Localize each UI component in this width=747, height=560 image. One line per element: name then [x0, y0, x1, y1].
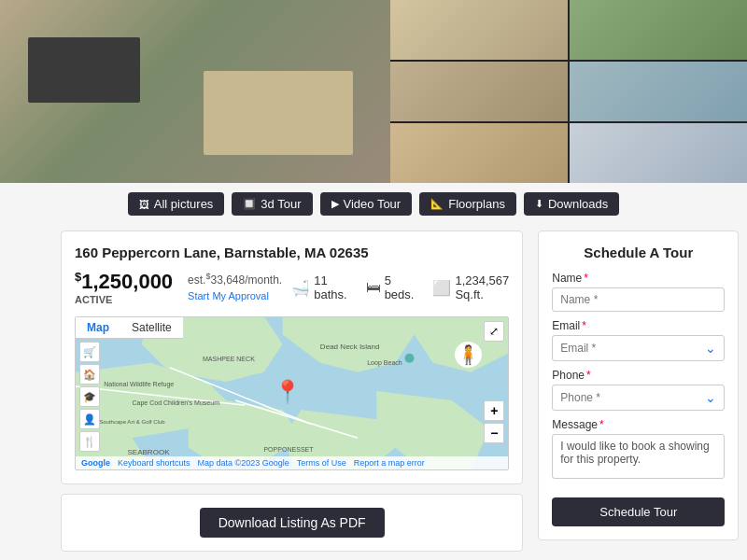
property-address: 160 Peppercorn Lane, Barnstable, MA 0263… [75, 245, 509, 260]
stats-row: 🛁 11 baths. 🛏 5 beds. ⬜ 1,234,567 Sq.ft. [291, 273, 509, 301]
gallery-cell-5[interactable] [390, 123, 568, 183]
map-tabs: Map Satellite [76, 317, 183, 339]
svg-point-21 [404, 354, 414, 363]
gallery-cell-4[interactable] [570, 62, 747, 121]
map-tab-satellite[interactable]: Satellite [120, 317, 183, 338]
terms-of-use-link[interactable]: Terms of Use [297, 458, 346, 468]
phone-chevron-icon: ⌄ [705, 390, 716, 405]
svg-text:POPPONESSET: POPPONESSET [263, 447, 314, 454]
email-label: Email * [552, 319, 725, 332]
map-tab-map[interactable]: Map [76, 317, 120, 338]
floorplans-icon: 📐 [430, 198, 444, 210]
sqft-block: 1,234,567 Sq.ft. [455, 273, 509, 301]
property-stats: $1,250,000 ACTIVE est.$33,648/month. Sta… [75, 270, 509, 305]
tour-title: Schedule A Tour [552, 245, 725, 260]
3d-icon: 🔲 [243, 198, 256, 210]
name-label: Name * [552, 272, 725, 285]
map-cart-icon[interactable]: 🛒 [79, 342, 100, 362]
email-input[interactable] [560, 342, 705, 355]
map-home-icon[interactable]: 🏠 [79, 364, 100, 385]
photo-toolbar: 🖼 All pictures 🔲 3d Tour ▶ Video Tour 📐 … [0, 183, 747, 225]
floorplans-label: Floorplans [448, 197, 505, 211]
baths-stat: 🛁 11 baths. [291, 273, 346, 301]
video-tour-button[interactable]: ▶ Video Tour [320, 192, 413, 216]
map-zoom-out-button[interactable]: − [484, 423, 504, 443]
schedule-tour-button[interactable]: Schedule Tour [552, 497, 725, 526]
downloads-button[interactable]: ⬇ Downloads [524, 192, 619, 216]
map-zoom-in-button[interactable]: + [484, 400, 504, 421]
name-input-wrapper [552, 287, 725, 312]
name-form-group: Name * [552, 272, 725, 312]
baths-value: 11 baths. [314, 273, 346, 301]
phone-required: * [586, 369, 591, 382]
download-icon: ⬇ [535, 198, 543, 210]
phone-input[interactable] [560, 391, 705, 404]
report-map-error-link[interactable]: Report a map error [354, 458, 425, 468]
gallery-cell-6[interactable] [570, 123, 747, 183]
3d-tour-label: 3d Tour [261, 197, 301, 211]
gallery-cell-2[interactable] [570, 0, 747, 60]
map-person-ctrl-icon[interactable]: 👤 [79, 409, 100, 429]
email-required: * [582, 319, 586, 332]
sqft-value: 1,234,567 [455, 273, 509, 287]
gallery-cell-1[interactable] [390, 0, 568, 60]
sqft-stat: ⬜ 1,234,567 Sq.ft. [432, 273, 509, 301]
beds-stat: 🛏 5 beds. [366, 273, 415, 301]
message-label: Message * [552, 418, 725, 431]
video-icon: ▶ [331, 198, 339, 210]
map-footer: Google Keyboard shortcuts Map data ©2023… [76, 456, 508, 469]
map-data-label: Map data ©2023 Google [198, 458, 289, 468]
est-payment: est.$33,648/month. [188, 272, 282, 287]
property-card: 160 Peppercorn Lane, Barnstable, MA 0263… [61, 231, 523, 484]
sqft-icon: ⬜ [432, 279, 451, 297]
start-approval-link[interactable]: Start My Approval [188, 290, 269, 301]
downloads-label: Downloads [548, 197, 608, 211]
all-pictures-button[interactable]: 🖼 All pictures [128, 192, 225, 216]
phone-label: Phone * [552, 369, 725, 382]
map-school-icon[interactable]: 🎓 [79, 386, 100, 407]
floorplans-button[interactable]: 📐 Floorplans [419, 192, 516, 216]
left-panel: 160 Peppercorn Lane, Barnstable, MA 0263… [61, 231, 523, 552]
svg-text:Cape Cod Children's Museum: Cape Cod Children's Museum [132, 399, 219, 407]
email-input-wrapper: ⌄ [552, 335, 725, 361]
map-expand-button[interactable]: ⤢ [484, 321, 504, 342]
download-section: Download Listing As PDF [61, 494, 523, 552]
name-input[interactable] [560, 293, 716, 306]
est-block: est.$33,648/month. Start My Approval [188, 272, 282, 303]
3d-tour-button[interactable]: 🔲 3d Tour [232, 192, 312, 216]
map-streetview-icon[interactable]: 🧍 [455, 342, 482, 368]
email-form-group: Email * ⌄ [552, 319, 725, 361]
svg-text:National Wildlife Refuge: National Wildlife Refuge [104, 381, 174, 388]
beds-value: 5 beds. [385, 273, 415, 301]
svg-text:Loop Beach: Loop Beach [367, 359, 402, 367]
name-required: * [584, 272, 588, 285]
sqft-label: Sq.ft. [455, 287, 509, 301]
property-map[interactable]: Map Satellite [75, 316, 509, 470]
keyboard-shortcuts-link[interactable]: Keyboard shortcuts [118, 458, 190, 468]
map-pin: 📍 [274, 379, 302, 405]
message-textarea[interactable]: I would like to book a showing for this … [552, 434, 725, 479]
gallery-grid [390, 0, 747, 183]
download-pdf-button[interactable]: Download Listing As PDF [200, 508, 385, 538]
map-controls-left: 🛒 🏠 🎓 👤 🍴 [79, 342, 100, 452]
right-panel: Schedule A Tour Name * Email * ⌄ [538, 231, 739, 552]
phone-input-wrapper: ⌄ [552, 385, 725, 411]
video-tour-label: Video Tour [344, 197, 402, 211]
svg-text:Southcape Art & Golf Club: Southcape Art & Golf Club [99, 420, 165, 426]
svg-text:Dead Neck Island: Dead Neck Island [320, 343, 380, 351]
price-value: $1,250,000 [75, 270, 173, 294]
message-required: * [599, 418, 604, 431]
gallery-cell-3[interactable] [390, 62, 568, 121]
property-gallery [0, 0, 747, 183]
message-form-group: Message * I would like to book a showing… [552, 418, 725, 483]
phone-form-group: Phone * ⌄ [552, 369, 725, 411]
bed-icon: 🛏 [366, 279, 381, 296]
main-content: 160 Peppercorn Lane, Barnstable, MA 0263… [0, 225, 747, 552]
email-chevron-icon: ⌄ [705, 341, 716, 356]
map-food-icon[interactable]: 🍴 [79, 431, 100, 452]
gallery-main-image[interactable] [0, 0, 390, 183]
bath-icon: 🛁 [291, 279, 310, 297]
all-pictures-label: All pictures [154, 197, 214, 211]
svg-text:MASHPEE NECK: MASHPEE NECK [203, 356, 255, 362]
price-status: ACTIVE [75, 294, 173, 305]
